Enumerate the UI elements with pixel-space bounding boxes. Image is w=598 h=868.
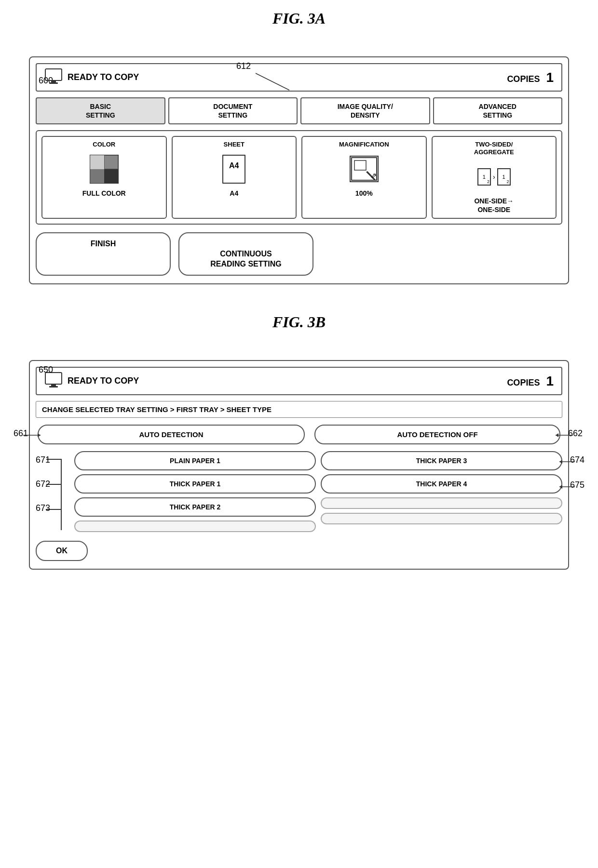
mag-icon-graphic [350, 156, 379, 182]
continuous-reading-button[interactable]: CONTINUOUS READING SETTING [178, 232, 313, 276]
a4-icon-text: A4 [225, 161, 243, 170]
svg-rect-9 [49, 386, 58, 387]
status-right-3b: COPIES 1 [507, 374, 554, 389]
ready-to-copy-text-3b: READY TO COPY [68, 376, 139, 386]
monitor-svg [44, 68, 63, 84]
plain-paper-1-button[interactable]: PLAIN PAPER 1 [74, 451, 316, 470]
ref-612-label: 612 [236, 61, 251, 71]
paper-types-area: 671 672 673 PLAIN PAPER 1 THICK PAPER 1 … [36, 451, 562, 532]
paper-col-right: THICK PAPER 3 THICK PAPER 4 [321, 451, 562, 524]
color-card-icon [46, 152, 162, 186]
ref-650-label: 650 [39, 365, 53, 375]
svg-rect-3 [49, 82, 58, 84]
status-bar-3b: READY TO COPY COPIES 1 [36, 367, 562, 395]
color-card-title: COLOR [46, 141, 162, 148]
a4-icon-graphic: A4 [222, 155, 245, 184]
color-icon-graphic [90, 155, 119, 184]
ref-661-arrow [23, 432, 42, 438]
mag-icon-svg [351, 157, 378, 181]
magnification-card-value: 100% [306, 189, 422, 198]
svg-marker-17 [559, 485, 562, 489]
sheet-card-title: SHEET [177, 141, 292, 148]
tab-image-quality[interactable]: IMAGE QUALITY/ DENSITY [300, 97, 430, 124]
svg-marker-13 [556, 433, 558, 437]
svg-line-0 [256, 73, 289, 90]
twosided-card[interactable]: TWO-SIDED/ AGGREGATE 12 › 12 [432, 136, 557, 219]
twosided-card-title: TWO-SIDED/ AGGREGATE [436, 141, 552, 156]
detection-row: 661 AUTO DETECTION AUTO DETECTION OFF 66… [36, 425, 562, 444]
breadcrumb-bar: CHANGE SELECTED TRAY SETTING > FIRST TRA… [36, 401, 562, 418]
ref-vertical-line [61, 459, 62, 530]
svg-rect-1 [45, 69, 62, 80]
tab-document-setting[interactable]: DOCUMENT SETTING [168, 97, 298, 124]
color-quad-tr [104, 155, 118, 169]
finish-button[interactable]: FINISH [36, 232, 171, 276]
twosided-card-icon: 12 › 12 [436, 160, 552, 194]
empty-right-1-button[interactable] [321, 497, 562, 509]
color-quad-tl [90, 155, 104, 169]
magnification-card-title: MAGNIFICATION [306, 141, 422, 148]
status-right-3a: COPIES 1 [507, 70, 554, 85]
ok-row: OK [36, 539, 562, 563]
ready-to-copy-text-3a: READY TO COPY [68, 72, 139, 82]
svg-marker-11 [38, 433, 41, 437]
monitor-icon [44, 68, 63, 87]
sheet-card[interactable]: SHEET A4 A4 [172, 136, 297, 219]
tab-advanced-setting[interactable]: ADVANCED SETTING [433, 97, 563, 124]
magnification-card[interactable]: MAGNIFICATION 100% [301, 136, 427, 219]
ref-675-arrow [557, 484, 575, 490]
ok-button[interactable]: OK [36, 541, 88, 561]
color-card[interactable]: COLOR FULL COLOR [41, 136, 167, 219]
empty-left-button[interactable] [74, 521, 316, 532]
magnification-card-icon [306, 152, 422, 186]
copies-value-3a: 1 [546, 70, 554, 85]
auto-detection-off-button[interactable]: AUTO DETECTION OFF [314, 425, 560, 444]
panel-3b-inner: CHANGE SELECTED TRAY SETTING > FIRST TRA… [36, 401, 562, 563]
detection-off-wrapper: AUTO DETECTION OFF 662 [314, 425, 560, 444]
thick-paper-1-button[interactable]: THICK PAPER 1 [74, 474, 316, 494]
page-box-left: 12 [477, 168, 491, 186]
sheet-card-icon: A4 [177, 152, 292, 186]
fig3a-section: FIG. 3A 600 612 READY TO C [29, 10, 569, 284]
thick-paper-4-button[interactable]: THICK PAPER 4 [321, 474, 562, 494]
tab-basic-setting[interactable]: BASIC SETTING [36, 97, 165, 124]
svg-rect-4 [352, 158, 377, 180]
twosided-card-value: ONE-SIDE→ ONE-SIDE [436, 197, 552, 214]
empty-right-2-button[interactable] [321, 513, 562, 524]
copies-value-3b: 1 [546, 374, 554, 388]
page-box-right: 12 [497, 168, 511, 186]
thick-paper-2-button[interactable]: THICK PAPER 2 [74, 497, 316, 517]
tabs-row-3a: BASIC SETTING DOCUMENT SETTING IMAGE QUA… [36, 97, 562, 124]
sheet-card-value: A4 [177, 189, 292, 198]
fig3b-title: FIG. 3B [29, 313, 569, 331]
svg-rect-5 [354, 160, 366, 170]
bottom-buttons-3a: FINISH CONTINUOUS READING SETTING [36, 230, 562, 278]
color-quad-br [104, 169, 118, 183]
paper-col-right-wrapper: THICK PAPER 3 THICK PAPER 4 674 675 [321, 451, 562, 532]
svg-marker-6 [366, 171, 376, 180]
ref-lines-container: 671 672 673 [36, 451, 74, 532]
ref-672-label: 672 [36, 479, 50, 489]
arrow-right-icon: › [493, 173, 495, 181]
fig3a-title: FIG. 3A [29, 10, 569, 27]
copies-label-3a: COPIES [507, 74, 540, 84]
color-quad-bl [90, 169, 104, 183]
settings-outer-3a: COLOR FULL COLOR S [36, 130, 562, 225]
auto-detection-button[interactable]: AUTO DETECTION [38, 425, 305, 444]
settings-grid-3a: COLOR FULL COLOR S [41, 136, 557, 219]
page-sub-right: 2 [507, 179, 509, 184]
page-sub-left: 2 [487, 179, 489, 184]
ref-674-arrow [557, 459, 575, 465]
ref-671-label: 671 [36, 455, 50, 465]
thick-paper-3-button[interactable]: THICK PAPER 3 [321, 451, 562, 470]
paper-col-left: PLAIN PAPER 1 THICK PAPER 1 THICK PAPER … [74, 451, 316, 532]
ref-673-label: 673 [36, 503, 50, 513]
ref-662-arrow [554, 432, 573, 438]
status-left-3b: READY TO COPY [44, 372, 139, 390]
twosided-icon-graphic: 12 › 12 [477, 168, 511, 186]
fig3b-section: FIG. 3B 650 READY TO COPY COPIES [29, 313, 569, 570]
svg-marker-15 [559, 460, 562, 464]
copies-label-3b: COPIES [507, 378, 540, 387]
ref-612-arrow [241, 71, 304, 95]
status-left-3a: READY TO COPY [44, 68, 139, 87]
